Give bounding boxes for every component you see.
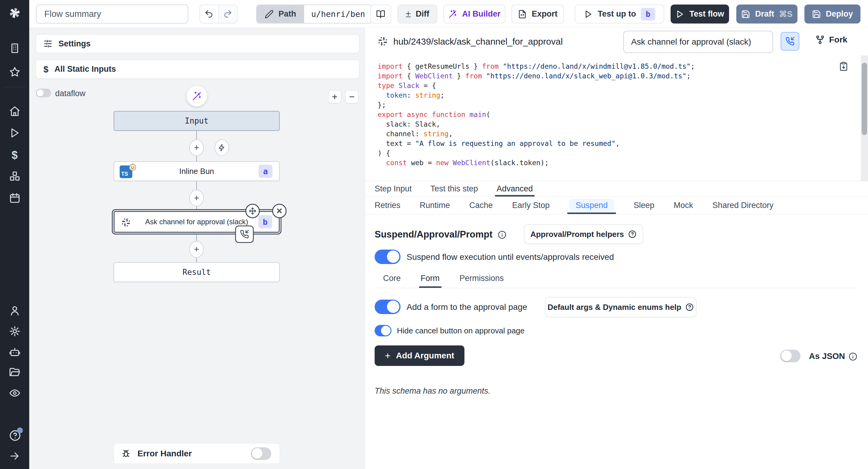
edge <box>196 207 197 211</box>
windmill-logo-icon[interactable] <box>8 6 22 20</box>
default-args-label: Default args & Dynamic enums help <box>548 303 681 312</box>
approval-prompt-helpers-button[interactable]: Approval/Prompt helpers <box>524 224 643 244</box>
suspend-step-indicator-button[interactable] <box>781 32 799 51</box>
dataflow-toggle[interactable] <box>36 89 51 97</box>
flow-summary-input[interactable]: Flow summary <box>36 4 188 24</box>
code-scrollbar-track[interactable] <box>861 56 868 181</box>
slack-icon <box>121 218 131 227</box>
add-step-button[interactable]: + <box>189 190 204 207</box>
redo-button[interactable] <box>218 5 236 23</box>
home-icon[interactable] <box>9 105 21 117</box>
active-tab-underline <box>495 195 535 196</box>
tab-mock[interactable]: Mock <box>674 197 693 214</box>
favorites-star-icon[interactable] <box>9 66 21 78</box>
pencil-icon <box>265 10 274 19</box>
edge <box>196 234 197 241</box>
diff-button[interactable]: ±Diff <box>398 4 437 24</box>
code-scrollbar-thumb[interactable] <box>862 63 867 135</box>
default-args-help-button[interactable]: Default args & Dynamic enums help <box>545 297 696 317</box>
error-handler-card[interactable]: Error Handler <box>114 443 280 464</box>
tab-runtime[interactable]: Runtime <box>420 197 450 214</box>
tab-shared-directory[interactable]: Shared Directory <box>712 197 774 214</box>
tab-cache[interactable]: Cache <box>469 197 493 214</box>
users-icon[interactable] <box>9 305 21 316</box>
diff-icon: ± <box>406 8 411 20</box>
undo-button[interactable] <box>200 5 218 23</box>
info-icon[interactable] <box>848 352 858 361</box>
workspace-icon[interactable] <box>9 42 21 54</box>
tab-advanced[interactable]: Advanced <box>497 181 533 196</box>
test-flow-label: Test flow <box>689 9 724 19</box>
as-json-toggle[interactable] <box>780 350 801 362</box>
add-form-toggle[interactable] <box>375 300 401 314</box>
add-argument-button[interactable]: + Add Argument <box>375 345 464 366</box>
error-handler-toggle[interactable] <box>251 447 271 460</box>
suspend-toggle[interactable] <box>375 250 401 264</box>
add-step-button[interactable]: + <box>189 241 204 258</box>
tab-core[interactable]: Core <box>383 269 401 288</box>
path-value[interactable]: u/henri/ben <box>304 5 373 23</box>
move-step-button[interactable] <box>245 204 260 218</box>
folders-icon[interactable] <box>9 367 21 378</box>
fork-button[interactable]: Fork <box>815 35 847 44</box>
draft-label: Draft <box>755 9 774 19</box>
code-editor[interactable]: import { getResumeUrls } from "https://d… <box>365 56 861 181</box>
add-trigger-button[interactable] <box>215 139 229 156</box>
docs-button[interactable] <box>370 4 391 24</box>
flow-result-node[interactable]: Result <box>114 262 280 282</box>
runs-icon[interactable] <box>9 127 21 139</box>
book-icon <box>376 10 385 19</box>
suspend-phone-badge[interactable] <box>235 225 254 243</box>
ai-builder-button[interactable]: AI Builder <box>443 4 505 24</box>
tab-sleep[interactable]: Sleep <box>633 197 654 214</box>
tab-step-input[interactable]: Step Input <box>375 181 412 196</box>
draft-button[interactable]: Draft ⌘S <box>736 4 798 24</box>
flow-settings-button[interactable]: Settings <box>36 34 359 53</box>
plus-icon: + <box>194 143 199 153</box>
code-line: }; <box>378 100 861 110</box>
test-flow-button[interactable]: Test flow <box>671 4 729 24</box>
tab-suspend[interactable]: Suspend <box>569 197 615 214</box>
notification-dot <box>17 428 23 433</box>
step-summary-input[interactable]: Ask channel for approval (slack) <box>623 31 773 53</box>
variables-icon[interactable]: $ <box>9 149 21 160</box>
deploy-button[interactable]: Deploy <box>804 4 861 24</box>
zoom-in-button[interactable]: + <box>328 90 341 103</box>
step-a-node[interactable]: TS Inline Bun a <box>114 161 280 181</box>
code-line: export async function main( <box>378 110 861 119</box>
test-up-to-button[interactable]: Test up to b <box>575 4 664 24</box>
audit-eye-icon[interactable] <box>9 387 21 399</box>
info-icon[interactable] <box>498 230 507 239</box>
all-static-inputs-button[interactable]: $ All Static Inputs <box>36 60 359 79</box>
delete-step-button[interactable]: ✕ <box>272 204 287 218</box>
tab-permissions[interactable]: Permissions <box>460 269 504 288</box>
expand-sidebar-arrow-icon[interactable] <box>9 450 21 462</box>
magic-wand-icon <box>192 91 202 101</box>
tab-form[interactable]: Form <box>421 269 440 288</box>
ai-flow-wand-button[interactable] <box>187 86 207 106</box>
export-button[interactable]: Export <box>512 4 564 24</box>
workers-robot-icon[interactable] <box>9 346 21 357</box>
tab-early-stop[interactable]: Early Stop <box>512 197 550 214</box>
play-icon <box>675 10 684 19</box>
step-a-label: Inline Bun <box>179 167 214 176</box>
resources-icon[interactable] <box>9 170 21 182</box>
hide-cancel-toggle[interactable] <box>375 325 392 336</box>
add-step-button[interactable]: + <box>189 139 204 156</box>
plus-icon: + <box>385 350 391 362</box>
zoom-out-button[interactable]: − <box>345 90 358 103</box>
copy-code-button[interactable] <box>839 61 848 71</box>
hub-path[interactable]: hub/2439/slack/ask_channel_for_approval <box>393 36 563 47</box>
minus-icon: − <box>349 91 355 102</box>
edge <box>196 258 197 262</box>
empty-schema-text: This schema has no arguments. <box>375 386 490 396</box>
undo-redo-group <box>199 4 238 24</box>
schedules-icon[interactable] <box>9 192 21 204</box>
settings-gear-icon[interactable] <box>9 325 21 337</box>
help-circle-icon <box>628 230 637 239</box>
path-button[interactable]: Path <box>257 5 304 23</box>
slack-icon <box>378 36 388 46</box>
flow-input-node[interactable]: Input <box>114 111 280 131</box>
tab-test-this-step[interactable]: Test this step <box>430 181 478 196</box>
tab-retries[interactable]: Retries <box>375 197 401 214</box>
